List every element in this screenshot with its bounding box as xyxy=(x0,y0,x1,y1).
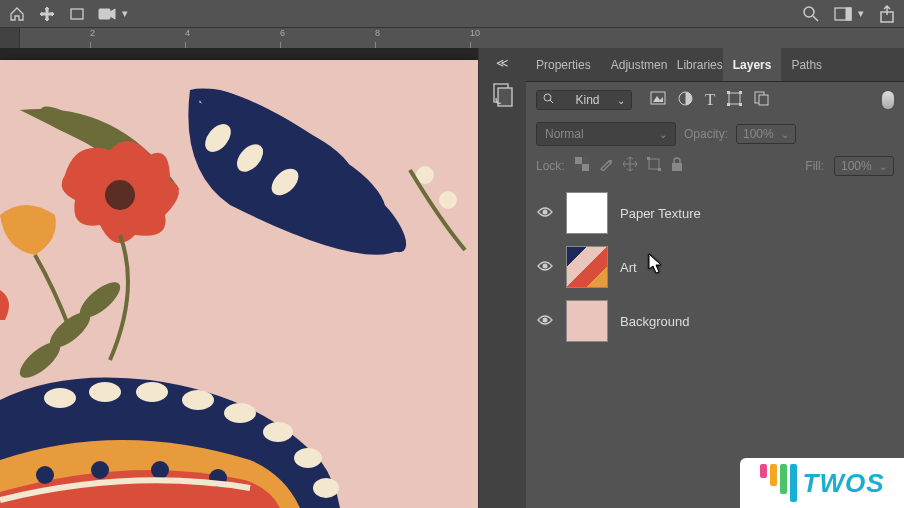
svg-point-31 xyxy=(313,478,339,498)
filter-smartobject-icon[interactable] xyxy=(754,91,769,110)
layer-thumbnail[interactable] xyxy=(566,246,608,288)
search-icon[interactable] xyxy=(802,5,820,23)
layer-thumbnail[interactable] xyxy=(566,192,608,234)
opacity-field[interactable]: 100% ⌄ xyxy=(736,124,796,144)
svg-rect-0 xyxy=(71,9,83,19)
svg-rect-46 xyxy=(727,103,730,106)
svg-point-59 xyxy=(543,264,548,269)
svg-rect-1 xyxy=(99,9,110,19)
layer-thumbnail[interactable] xyxy=(566,300,608,342)
svg-rect-57 xyxy=(672,163,682,171)
app-toolbar: ▾ ▾ xyxy=(0,0,904,28)
fill-label: Fill: xyxy=(805,159,824,173)
artboard[interactable] xyxy=(0,60,478,508)
svg-rect-52 xyxy=(582,157,589,164)
lock-label: Lock: xyxy=(536,159,565,173)
opacity-value: 100% xyxy=(743,127,774,141)
horizontal-ruler: 2 4 6 8 10 xyxy=(0,28,904,48)
watermark-logo: TWOS xyxy=(740,458,904,508)
svg-point-26 xyxy=(136,382,168,402)
svg-point-60 xyxy=(543,318,548,323)
workspace-icon[interactable] xyxy=(834,5,852,23)
lock-pixels-icon[interactable] xyxy=(599,157,613,175)
visibility-icon[interactable] xyxy=(536,204,554,222)
svg-point-38 xyxy=(544,94,551,101)
filter-toggle[interactable] xyxy=(882,91,894,109)
artwork-illustration xyxy=(0,60,478,508)
move-icon[interactable] xyxy=(38,5,56,23)
filter-type-icons: T xyxy=(650,90,769,110)
lock-row: Lock: Fill: 100% ⌄ xyxy=(526,150,904,182)
svg-rect-53 xyxy=(575,164,582,171)
layer-row[interactable]: Paper Texture xyxy=(526,186,904,240)
svg-rect-56 xyxy=(658,168,661,171)
layer-name[interactable]: Art xyxy=(620,260,637,275)
svg-point-30 xyxy=(294,448,322,468)
box-icon[interactable] xyxy=(68,5,86,23)
svg-point-28 xyxy=(224,403,256,423)
lock-icons xyxy=(575,157,683,175)
filter-kind-select[interactable]: Kind ⌄ xyxy=(536,90,632,110)
visibility-icon[interactable] xyxy=(536,312,554,330)
filter-shape-icon[interactable] xyxy=(727,91,742,110)
fill-field[interactable]: 100% ⌄ xyxy=(834,156,894,176)
dropdown-arrow-icon[interactable]: ▾ xyxy=(858,7,864,20)
svg-rect-49 xyxy=(759,95,768,105)
history-panel-icon[interactable] xyxy=(487,78,519,110)
chevron-down-icon: ⌄ xyxy=(659,129,667,140)
svg-rect-44 xyxy=(727,91,730,94)
video-icon[interactable] xyxy=(98,5,116,23)
visibility-icon[interactable] xyxy=(536,258,554,276)
tab-adjustments[interactable]: Adjustments xyxy=(601,48,667,81)
svg-line-3 xyxy=(813,16,818,21)
filter-type-icon[interactable]: T xyxy=(705,90,715,110)
svg-rect-5 xyxy=(846,8,851,20)
dropdown-arrow-icon[interactable]: ▾ xyxy=(122,7,128,20)
filter-kind-label: Kind xyxy=(575,93,599,107)
svg-point-34 xyxy=(151,461,169,479)
tab-layers[interactable]: Layers xyxy=(723,48,782,81)
layer-row[interactable]: Background xyxy=(526,294,904,348)
svg-rect-50 xyxy=(575,157,582,164)
svg-marker-41 xyxy=(653,96,663,102)
blend-mode-value: Normal xyxy=(545,127,584,141)
lock-position-icon[interactable] xyxy=(623,157,637,175)
layer-row[interactable]: Art xyxy=(526,240,904,294)
blend-mode-select[interactable]: Normal ⌄ xyxy=(536,122,676,146)
svg-rect-47 xyxy=(739,103,742,106)
canvas-area[interactable] xyxy=(0,48,478,508)
home-icon[interactable] xyxy=(8,5,26,23)
layer-name[interactable]: Paper Texture xyxy=(620,206,701,221)
svg-rect-45 xyxy=(739,91,742,94)
lock-transparency-icon[interactable] xyxy=(575,157,589,175)
panel-tabs: Properties Adjustments Libraries Layers … xyxy=(526,48,904,82)
svg-point-29 xyxy=(263,422,293,442)
ruler-tick: 10 xyxy=(470,28,480,38)
ruler-corner xyxy=(0,28,20,48)
lock-all-icon[interactable] xyxy=(671,157,683,175)
tab-properties[interactable]: Properties xyxy=(526,48,601,81)
svg-point-12 xyxy=(74,276,125,323)
ruler-tick: 6 xyxy=(280,28,285,38)
filter-adjustment-icon[interactable] xyxy=(678,91,693,110)
svg-point-22 xyxy=(439,191,457,209)
tab-libraries[interactable]: Libraries xyxy=(667,48,723,81)
toolbar-left: ▾ xyxy=(8,5,128,23)
toolbar-right: ▾ xyxy=(802,5,896,23)
svg-point-2 xyxy=(804,7,814,17)
chevron-down-icon: ⌄ xyxy=(879,161,887,172)
share-icon[interactable] xyxy=(878,5,896,23)
layer-filter-row: Kind ⌄ T xyxy=(526,82,904,118)
svg-point-23 xyxy=(105,180,135,210)
watermark-text: TWOS xyxy=(803,468,885,499)
tab-paths[interactable]: Paths xyxy=(781,48,832,81)
search-icon xyxy=(543,93,554,107)
svg-rect-54 xyxy=(649,159,659,169)
svg-point-33 xyxy=(91,461,109,479)
chevron-down-icon: ⌄ xyxy=(781,129,789,140)
lock-artboard-icon[interactable] xyxy=(647,157,661,175)
ruler-tick: 2 xyxy=(90,28,95,38)
collapse-panels-icon[interactable]: ≪ xyxy=(479,56,526,70)
filter-pixel-icon[interactable] xyxy=(650,91,666,109)
layer-name[interactable]: Background xyxy=(620,314,689,329)
